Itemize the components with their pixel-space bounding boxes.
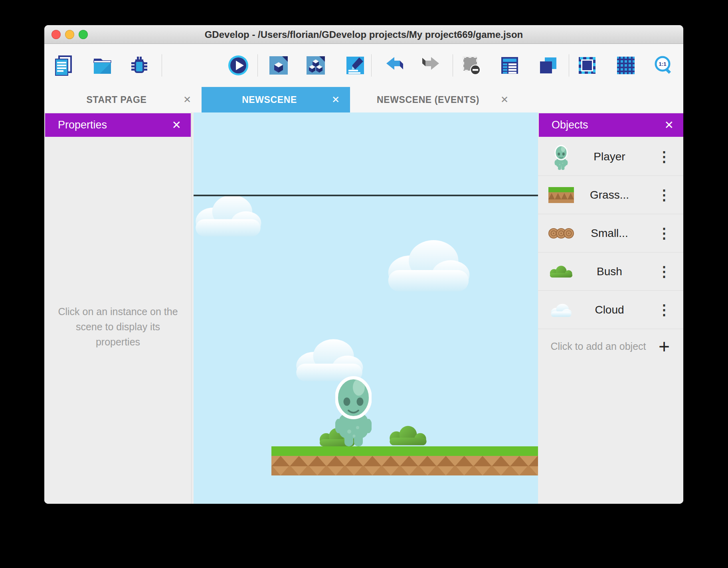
object-menu-dots-icon[interactable]: ⋮ xyxy=(645,225,683,242)
debug-bug-icon xyxy=(129,55,150,76)
close-icon[interactable]: ✕ xyxy=(665,120,674,131)
objects-panel: Objects ✕ Player⋮Grass...⋮Small...⋮Bush⋮… xyxy=(538,112,683,504)
scene-instance-bush[interactable] xyxy=(390,426,426,445)
player-icon xyxy=(548,144,574,170)
grid-icon xyxy=(615,55,637,76)
scene-cube-icon xyxy=(268,55,289,76)
object-row-player[interactable]: Player⋮ xyxy=(538,138,683,176)
tab-close-icon[interactable]: ✕ xyxy=(327,94,340,105)
tab-bar: START PAGE✕NEWSCENE✕NEWSCENE (EVENTS)✕ xyxy=(44,87,683,112)
toolbar-button-objects-cubes[interactable] xyxy=(305,54,326,77)
object-menu-dots-icon[interactable]: ⋮ xyxy=(645,302,683,318)
tab-close-icon[interactable]: ✕ xyxy=(496,94,508,105)
object-row-grass[interactable]: Grass...⋮ xyxy=(538,176,683,214)
main-content: Properties ✕ Click on an instance on the… xyxy=(44,112,683,504)
toolbar-button-debug-bug[interactable] xyxy=(129,54,150,77)
scene-instances xyxy=(196,195,538,475)
objects-panel-header: Objects ✕ xyxy=(539,113,683,137)
cloud-icon xyxy=(548,302,574,318)
toolbar-button-undo[interactable] xyxy=(384,54,406,77)
toolbar-button-deselect[interactable] xyxy=(460,54,482,77)
properties-hint-text: Click on an instance on the scene to dis… xyxy=(56,304,180,349)
undo-icon xyxy=(384,55,406,76)
scene-render xyxy=(194,112,538,504)
tab-start-page[interactable]: START PAGE✕ xyxy=(44,87,202,112)
toolbar-separator xyxy=(371,54,372,77)
screen-background: GDevelop - /Users/florian/GDevelop proje… xyxy=(0,0,728,568)
redo-icon xyxy=(420,55,441,76)
scene-instance-ground[interactable] xyxy=(271,446,538,475)
object-label: Bush xyxy=(574,265,645,278)
zoom-1-1-icon xyxy=(653,55,675,76)
toolbar-button-layers[interactable] xyxy=(537,54,559,77)
toolbar-separator xyxy=(162,54,162,77)
tab-label: START PAGE xyxy=(55,95,178,105)
wood-logs-icon xyxy=(548,228,574,239)
grass-platform-icon xyxy=(548,187,574,203)
documents-icon xyxy=(53,55,74,76)
object-label: Cloud xyxy=(574,304,645,316)
tab-label: NEWSCENE (EVENTS) xyxy=(360,95,496,105)
scene-instance-cloud[interactable] xyxy=(196,195,261,237)
play-icon xyxy=(228,55,249,76)
object-label: Small... xyxy=(574,227,645,240)
toolbar-button-redo[interactable] xyxy=(420,54,441,77)
toolbar-button-play[interactable] xyxy=(228,54,249,77)
add-object-button[interactable]: Click to add an object + xyxy=(538,329,683,377)
toolbar-button-scene-cube[interactable] xyxy=(268,54,289,77)
scene-window-border-line xyxy=(194,195,538,196)
properties-panel-title: Properties xyxy=(58,119,172,131)
window-title: GDevelop - /Users/florian/GDevelop proje… xyxy=(44,25,683,44)
toolbar-button-edit-note[interactable] xyxy=(344,54,366,77)
toolbar-separator xyxy=(569,54,569,77)
edit-note-icon xyxy=(344,55,366,76)
toolbar-button-open-folder[interactable] xyxy=(91,54,113,77)
titlebar[interactable]: GDevelop - /Users/florian/GDevelop proje… xyxy=(44,25,683,44)
toolbar-button-grid[interactable] xyxy=(615,54,637,77)
properties-panel-header: Properties ✕ xyxy=(45,113,191,137)
bush-icon xyxy=(548,266,574,278)
toolbar-button-mask[interactable] xyxy=(576,54,598,77)
scene-canvas[interactable] xyxy=(194,112,538,504)
object-label: Grass... xyxy=(574,189,645,201)
toolbar-button-instances-list[interactable] xyxy=(499,54,520,77)
instances-list-icon xyxy=(499,55,520,76)
tab-newscene[interactable]: NEWSCENE✕ xyxy=(202,87,350,112)
objects-cubes-icon xyxy=(305,55,326,76)
toolbar-button-documents[interactable] xyxy=(53,54,74,77)
add-object-label: Click to add an object xyxy=(548,339,648,354)
close-icon[interactable]: ✕ xyxy=(172,120,181,131)
objects-panel-title: Objects xyxy=(552,119,665,131)
object-menu-dots-icon[interactable]: ⋮ xyxy=(645,263,683,280)
object-row-bush[interactable]: Bush⋮ xyxy=(538,252,683,291)
plus-icon: + xyxy=(659,335,670,357)
tab-close-icon[interactable]: ✕ xyxy=(178,94,191,105)
object-menu-dots-icon[interactable]: ⋮ xyxy=(645,148,683,165)
object-row-small[interactable]: Small...⋮ xyxy=(538,214,683,252)
toolbar-button-zoom-1-1[interactable] xyxy=(653,54,675,77)
tab-newscene-events[interactable]: NEWSCENE (EVENTS)✕ xyxy=(350,87,519,112)
toolbar-separator xyxy=(453,54,453,77)
properties-panel: Properties ✕ Click on an instance on the… xyxy=(44,112,192,504)
tab-label: NEWSCENE xyxy=(212,95,327,105)
object-row-cloud[interactable]: Cloud⋮ xyxy=(538,291,683,329)
gdevelop-window: GDevelop - /Users/florian/GDevelop proje… xyxy=(44,25,683,504)
mask-icon xyxy=(576,55,598,76)
toolbar-separator xyxy=(257,54,258,77)
toolbar xyxy=(44,44,683,87)
open-folder-icon xyxy=(91,55,113,76)
layers-icon xyxy=(537,55,559,76)
scene-instance-cloud[interactable] xyxy=(388,240,470,292)
scene-instance-cloud[interactable] xyxy=(296,339,363,381)
object-label: Player xyxy=(574,150,645,163)
deselect-icon xyxy=(460,55,482,76)
object-menu-dots-icon[interactable]: ⋮ xyxy=(645,187,683,203)
